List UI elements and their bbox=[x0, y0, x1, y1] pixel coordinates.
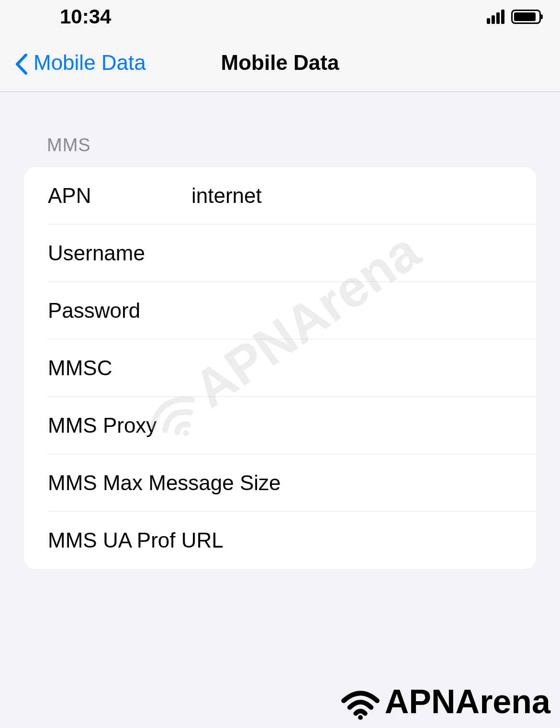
row-password[interactable]: Password bbox=[24, 282, 536, 339]
svg-point-1 bbox=[358, 715, 363, 720]
chevron-left-icon bbox=[14, 49, 28, 77]
input-username[interactable] bbox=[191, 241, 536, 265]
input-mms-max-message-size[interactable] bbox=[281, 471, 536, 495]
label-apn: APN bbox=[48, 184, 191, 208]
row-mmsc[interactable]: MMSC bbox=[24, 339, 536, 397]
label-username: Username bbox=[48, 241, 191, 265]
label-mms-max-message-size: MMS Max Message Size bbox=[48, 471, 281, 495]
status-time: 10:34 bbox=[60, 5, 111, 28]
settings-group-mms: APN Username Password MMSC MMS Proxy MMS… bbox=[24, 167, 536, 569]
label-mms-proxy: MMS Proxy bbox=[48, 414, 157, 437]
row-apn[interactable]: APN bbox=[24, 167, 536, 224]
back-button[interactable]: Mobile Data bbox=[14, 49, 146, 77]
row-mms-proxy[interactable]: MMS Proxy bbox=[24, 397, 536, 454]
wifi-icon bbox=[339, 682, 382, 721]
input-password[interactable] bbox=[191, 299, 536, 323]
footer-logo: APNArena bbox=[339, 682, 550, 721]
status-icons bbox=[487, 10, 541, 24]
row-mms-ua-prof-url[interactable]: MMS UA Prof URL bbox=[24, 512, 536, 569]
back-label: Mobile Data bbox=[34, 51, 146, 75]
page-title: Mobile Data bbox=[221, 51, 339, 75]
battery-icon bbox=[511, 10, 541, 24]
row-mms-max-message-size[interactable]: MMS Max Message Size bbox=[24, 454, 536, 512]
signal-icon bbox=[487, 10, 504, 24]
input-mms-proxy[interactable] bbox=[157, 414, 536, 437]
content: MMS APN Username Password MMSC MMS Proxy… bbox=[0, 92, 560, 569]
label-mms-ua-prof-url: MMS UA Prof URL bbox=[48, 528, 224, 552]
input-mmsc[interactable] bbox=[191, 356, 536, 380]
input-mms-ua-prof-url[interactable] bbox=[224, 528, 536, 552]
label-password: Password bbox=[48, 299, 191, 323]
row-username[interactable]: Username bbox=[24, 224, 536, 282]
nav-bar: Mobile Data Mobile Data bbox=[0, 34, 560, 92]
label-mmsc: MMSC bbox=[48, 356, 191, 380]
footer-logo-text: APNArena bbox=[385, 683, 550, 721]
status-bar: 10:34 bbox=[0, 0, 560, 34]
input-apn[interactable] bbox=[191, 184, 536, 208]
section-header-mms: MMS bbox=[24, 92, 536, 167]
